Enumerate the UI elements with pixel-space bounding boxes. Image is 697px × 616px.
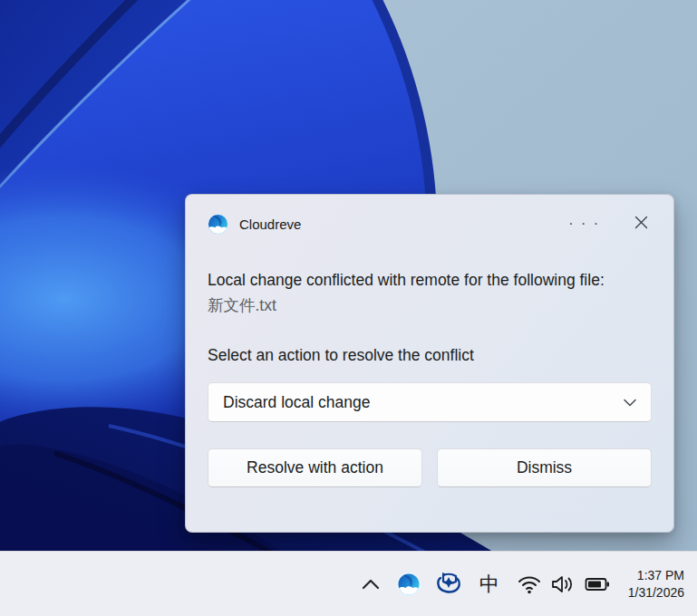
toast-button-row: Resolve with action Dismiss	[208, 448, 652, 487]
taskbar-clock[interactable]: 1:37 PM 1/31/2026	[617, 563, 697, 606]
conflict-action-dropdown[interactable]: Discard local change	[208, 382, 652, 422]
clock-time: 1:37 PM	[628, 567, 684, 584]
toast-body-text: Local change conflicted with remote for …	[208, 267, 661, 293]
network-volume-battery-cluster[interactable]	[510, 563, 617, 606]
show-hidden-icons-button[interactable]	[353, 563, 389, 606]
cloudreve-logo-icon	[208, 214, 228, 235]
toast-app-name: Cloudreve	[239, 217, 301, 232]
chevron-up-icon	[362, 579, 380, 590]
dropdown-selected-value: Discard local change	[223, 393, 624, 412]
box-star-app-icon	[435, 571, 462, 598]
wifi-icon	[518, 574, 541, 594]
toast-prompt-text: Select an action to resolve the conflict	[208, 346, 652, 365]
ime-chinese-indicator[interactable]: 中	[469, 563, 510, 606]
cloudreve-tray-icon	[396, 572, 421, 597]
system-tray: 中	[353, 563, 697, 606]
chevron-down-icon	[624, 399, 636, 407]
close-button[interactable]	[631, 214, 652, 234]
box-star-app-tray-button[interactable]	[429, 563, 469, 606]
desktop: Cloudreve · · · Local change conflicted …	[0, 0, 697, 616]
cloudreve-notification-toast: Cloudreve · · · Local change conflicted …	[185, 194, 674, 533]
battery-icon	[585, 576, 610, 592]
resolve-with-action-button[interactable]: Resolve with action	[208, 448, 422, 487]
close-icon	[634, 216, 648, 229]
conflicted-file-name: 新文件.txt	[208, 293, 652, 318]
clock-date: 1/31/2026	[628, 584, 684, 602]
toast-header: Cloudreve · · ·	[208, 213, 652, 235]
dismiss-button[interactable]: Dismiss	[437, 448, 652, 487]
taskbar: 中	[0, 551, 697, 616]
cloudreve-tray-button[interactable]	[389, 563, 429, 606]
volume-icon	[550, 574, 576, 594]
more-options-button[interactable]: · · ·	[561, 217, 607, 230]
